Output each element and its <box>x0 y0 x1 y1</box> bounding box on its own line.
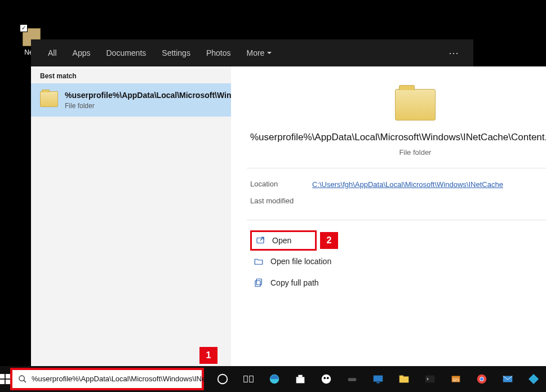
task-view-icon[interactable] <box>236 366 261 392</box>
details-subtitle: File folder <box>247 148 546 157</box>
svg-rect-3 <box>0 374 5 378</box>
tab-more-label: More <box>246 39 264 66</box>
svg-rect-19 <box>376 382 380 384</box>
svg-rect-9 <box>244 376 247 382</box>
svg-rect-13 <box>298 375 302 377</box>
svg-rect-6 <box>6 380 10 384</box>
copy-icon <box>254 278 264 288</box>
folder-icon <box>40 91 58 107</box>
open-label: Open <box>272 236 291 245</box>
search-panel: Best match %userprofile%\AppData\Local\M… <box>31 66 473 366</box>
start-button[interactable] <box>0 366 10 392</box>
callout-1-badge: 1 <box>199 347 217 364</box>
kodi-icon[interactable] <box>521 366 546 392</box>
last-modified-label: Last modified <box>250 197 312 205</box>
open-icon <box>255 235 265 246</box>
svg-rect-2 <box>255 280 260 287</box>
copy-path-label: Copy full path <box>270 278 319 287</box>
tab-all[interactable]: All <box>40 39 65 66</box>
svg-rect-22 <box>425 376 435 383</box>
device-icon[interactable] <box>339 366 365 392</box>
tab-apps[interactable]: Apps <box>65 39 99 66</box>
edge-icon[interactable] <box>261 366 287 392</box>
tab-more[interactable]: More <box>238 39 280 66</box>
best-match-label: Best match <box>31 66 231 83</box>
open-action[interactable]: Open <box>250 230 317 251</box>
windows-icon <box>0 374 10 384</box>
more-options-button[interactable]: ⋯ <box>444 47 464 59</box>
taskbar: %userprofile%\AppData\Local\Microsoft\Wi… <box>0 366 546 392</box>
copy-full-path-action[interactable]: Copy full path <box>250 272 546 293</box>
search-result-folder[interactable]: %userprofile%\AppData\Local\Microsoft\Wi… <box>31 83 231 117</box>
cortana-icon[interactable] <box>210 366 236 392</box>
svg-point-16 <box>327 377 329 379</box>
tab-documents[interactable]: Documents <box>98 39 154 66</box>
chevron-down-icon <box>267 50 272 56</box>
open-location-label: Open file location <box>270 257 331 266</box>
svg-rect-17 <box>348 378 357 381</box>
tab-photos[interactable]: Photos <box>198 39 239 66</box>
app-icon[interactable] <box>313 366 339 392</box>
details-title: %userprofile%\AppData\Local\Microsoft\Wi… <box>247 131 546 145</box>
svg-point-27 <box>480 377 483 381</box>
svg-rect-29 <box>529 374 539 384</box>
results-pane: Best match %userprofile%\AppData\Local\M… <box>31 66 231 366</box>
monitor-icon[interactable] <box>365 366 391 392</box>
svg-rect-18 <box>374 376 383 382</box>
svg-rect-12 <box>296 377 305 383</box>
details-pane: %userprofile%\AppData\Local\Microsoft\Wi… <box>231 66 546 366</box>
svg-text:321: 321 <box>452 377 459 382</box>
location-link[interactable]: C:\Users\fgh\AppData\Local\Microsoft\Win… <box>312 180 546 190</box>
taskbar-icons: 321 <box>210 366 546 392</box>
folder-open-icon <box>254 256 264 266</box>
search-icon <box>18 375 27 384</box>
folder-icon-large <box>395 89 436 121</box>
terminal-icon[interactable] <box>417 366 443 392</box>
tab-settings[interactable]: Settings <box>154 39 198 66</box>
taskbar-search-box[interactable]: %userprofile%\AppData\Local\Microsoft\Wi… <box>10 368 204 390</box>
svg-rect-5 <box>0 380 5 384</box>
store-icon[interactable] <box>287 366 313 392</box>
svg-point-14 <box>322 375 331 384</box>
svg-point-15 <box>323 377 326 379</box>
open-file-location-action[interactable]: Open file location <box>250 251 546 272</box>
svg-rect-4 <box>6 374 10 378</box>
search-tabs: All Apps Documents Settings Photos More … <box>31 39 473 66</box>
media-icon[interactable]: 321 <box>443 366 469 392</box>
svg-point-8 <box>218 375 228 384</box>
svg-rect-10 <box>250 376 253 382</box>
svg-rect-20 <box>399 376 409 382</box>
callout-2-badge: 2 <box>320 232 338 249</box>
location-label: Location <box>250 180 312 190</box>
mail-icon[interactable] <box>495 366 521 392</box>
explorer-icon[interactable] <box>391 366 417 392</box>
svg-point-7 <box>19 376 24 381</box>
chrome-icon[interactable] <box>469 366 495 392</box>
svg-rect-21 <box>399 376 403 377</box>
svg-rect-1 <box>256 279 261 285</box>
